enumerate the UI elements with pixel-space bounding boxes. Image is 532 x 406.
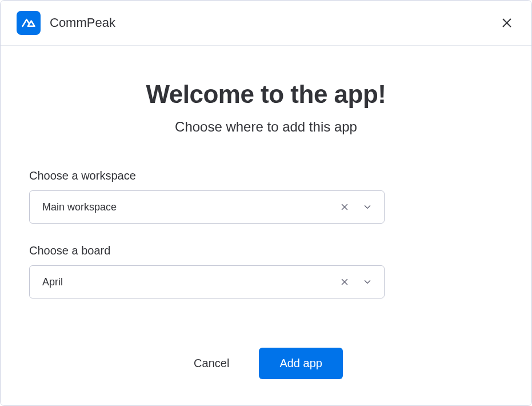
board-field: Choose a board April bbox=[29, 244, 503, 298]
welcome-title: Welcome to the app! bbox=[29, 80, 503, 109]
close-icon bbox=[501, 17, 513, 29]
board-clear-button[interactable] bbox=[336, 273, 353, 290]
modal-content: Welcome to the app! Choose where to add … bbox=[1, 46, 531, 405]
workspace-dropdown-toggle[interactable] bbox=[359, 198, 376, 216]
chevron-down-icon bbox=[362, 202, 373, 212]
add-app-button[interactable]: Add app bbox=[259, 348, 343, 379]
board-label: Choose a board bbox=[29, 244, 503, 257]
x-icon bbox=[339, 202, 350, 212]
modal-footer: Cancel Add app bbox=[29, 348, 503, 379]
workspace-select[interactable]: Main workspace bbox=[29, 190, 385, 224]
chevron-down-icon bbox=[362, 277, 373, 287]
cancel-button[interactable]: Cancel bbox=[189, 350, 234, 377]
board-value: April bbox=[42, 276, 336, 288]
workspace-label: Choose a workspace bbox=[29, 169, 503, 182]
workspace-clear-button[interactable] bbox=[336, 198, 353, 216]
welcome-subtitle: Choose where to add this app bbox=[29, 119, 503, 135]
board-select[interactable]: April bbox=[29, 265, 385, 298]
app-name: CommPeak bbox=[50, 15, 115, 30]
add-app-modal: CommPeak Welcome to the app! Choose wher… bbox=[0, 0, 532, 406]
close-button[interactable] bbox=[498, 14, 515, 31]
modal-header: CommPeak bbox=[1, 1, 531, 46]
workspace-value: Main workspace bbox=[42, 201, 336, 213]
header-left: CommPeak bbox=[17, 11, 115, 35]
workspace-field: Choose a workspace Main workspace bbox=[29, 169, 503, 224]
x-icon bbox=[339, 277, 350, 287]
app-icon bbox=[17, 11, 41, 35]
board-dropdown-toggle[interactable] bbox=[359, 273, 376, 290]
